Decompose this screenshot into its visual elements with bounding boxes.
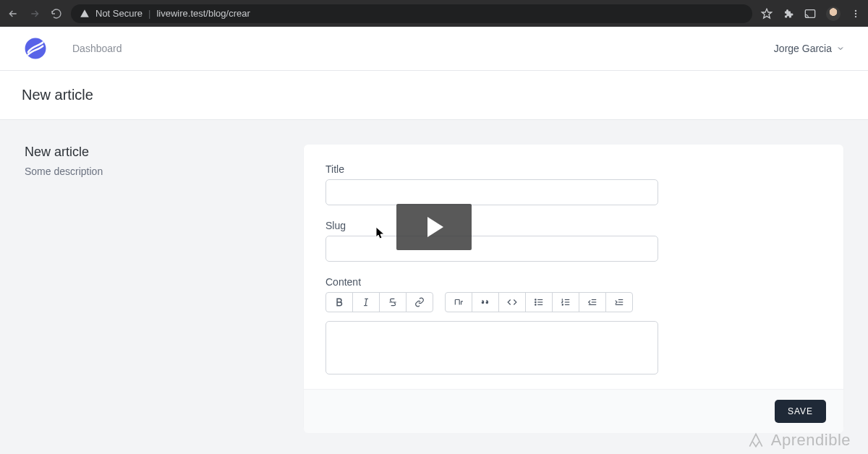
watermark-text: Aprendible xyxy=(771,431,851,450)
toolbar-group-block xyxy=(445,292,633,312)
chevron-down-icon xyxy=(836,44,845,53)
extensions-icon[interactable] xyxy=(783,8,794,20)
number-list-button[interactable] xyxy=(552,292,579,312)
user-menu[interactable]: Jorge Garcia xyxy=(774,43,845,54)
mouse-cursor-icon xyxy=(375,226,386,239)
app-header: Dashboard Jorge Garcia xyxy=(0,27,868,71)
user-name: Jorge Garcia xyxy=(774,43,832,54)
profile-avatar[interactable] xyxy=(826,7,841,21)
bold-button[interactable] xyxy=(326,292,353,312)
field-content: Content xyxy=(326,276,822,374)
link-button[interactable] xyxy=(406,292,433,312)
star-icon[interactable] xyxy=(761,8,773,20)
svg-line-7 xyxy=(365,299,366,305)
svg-point-11 xyxy=(535,299,536,300)
italic-button[interactable] xyxy=(352,292,380,312)
security-label: Not Secure xyxy=(95,8,142,19)
quote-button[interactable] xyxy=(472,292,499,312)
bullet-list-button[interactable] xyxy=(525,292,553,312)
save-button[interactable]: SAVE xyxy=(775,400,826,423)
svg-point-3 xyxy=(855,15,856,17)
svg-point-1 xyxy=(855,9,856,11)
svg-rect-0 xyxy=(805,9,814,17)
reload-icon[interactable] xyxy=(51,8,62,20)
content-editor[interactable] xyxy=(326,321,658,374)
title-label: Title xyxy=(326,163,822,175)
address-bar[interactable]: Not Secure | livewire.test/blog/crear xyxy=(71,4,752,23)
form-card: Title Slug Content xyxy=(304,145,843,429)
indent-button[interactable] xyxy=(605,292,633,312)
watermark: Aprendible xyxy=(746,431,851,450)
title-input[interactable] xyxy=(326,179,658,205)
main-area: New article Some description Title Slug … xyxy=(0,120,868,454)
nav-dashboard[interactable]: Dashboard xyxy=(72,43,122,54)
section-description: Some description xyxy=(25,166,282,177)
url-text: livewire.test/blog/crear xyxy=(156,8,250,19)
slug-input[interactable] xyxy=(326,236,658,262)
svg-point-12 xyxy=(535,301,536,302)
page-title-bar: New article xyxy=(0,71,868,120)
section-heading: New article xyxy=(25,145,282,160)
heading-button[interactable] xyxy=(445,292,472,312)
card-footer: SAVE xyxy=(304,389,843,433)
svg-point-4 xyxy=(25,38,46,59)
app-logo[interactable] xyxy=(23,36,48,61)
svg-point-2 xyxy=(855,12,856,14)
address-separator: | xyxy=(148,8,150,19)
page-title: New article xyxy=(22,87,93,103)
not-secure-icon xyxy=(80,9,90,19)
forward-icon xyxy=(29,8,41,20)
play-overlay[interactable] xyxy=(396,204,472,250)
toolbar-group-format xyxy=(326,292,433,312)
play-icon xyxy=(425,217,443,237)
watermark-icon xyxy=(746,431,765,450)
code-button[interactable] xyxy=(498,292,526,312)
field-title: Title xyxy=(326,163,822,205)
browser-chrome: Not Secure | livewire.test/blog/crear xyxy=(0,0,868,27)
cast-icon[interactable] xyxy=(804,8,816,20)
side-description: New article Some description xyxy=(25,145,304,429)
back-icon[interactable] xyxy=(7,8,19,20)
kebab-menu-icon[interactable] xyxy=(851,9,861,19)
content-label: Content xyxy=(326,276,822,288)
svg-point-13 xyxy=(535,304,536,305)
outdent-button[interactable] xyxy=(579,292,606,312)
editor-toolbar xyxy=(326,292,822,312)
strike-button[interactable] xyxy=(379,292,407,312)
